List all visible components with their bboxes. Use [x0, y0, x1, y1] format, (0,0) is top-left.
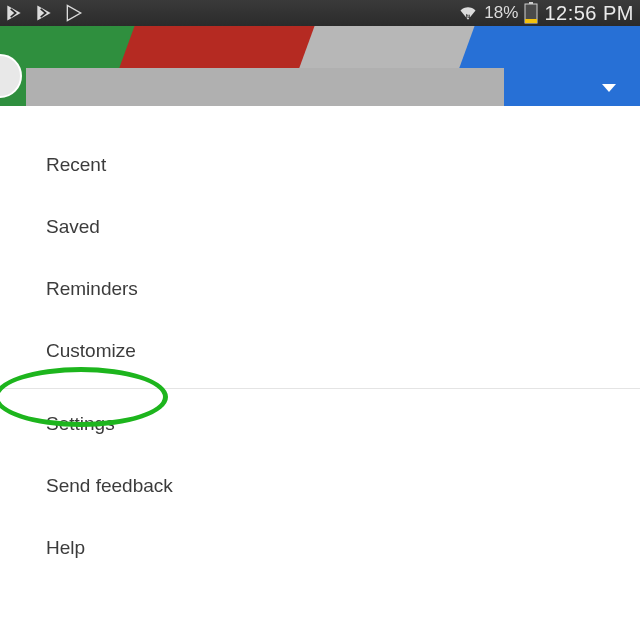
menu-item-label: Recent — [46, 154, 106, 175]
svg-marker-1 — [37, 6, 50, 21]
wifi-icon — [458, 4, 478, 22]
svg-marker-0 — [7, 6, 20, 21]
menu-item-saved[interactable]: Saved — [0, 196, 640, 258]
app-header — [0, 26, 640, 106]
menu-item-help[interactable]: Help — [0, 517, 640, 579]
menu-item-send-feedback[interactable]: Send feedback — [0, 455, 640, 517]
svg-rect-9 — [525, 19, 537, 23]
menu-item-label: Saved — [46, 216, 100, 237]
navigation-menu: Recent Saved Reminders Customize Setting… — [0, 106, 640, 579]
menu-item-reminders[interactable]: Reminders — [0, 258, 640, 320]
status-clock: 12:56 PM — [544, 2, 634, 25]
search-input[interactable] — [26, 68, 504, 106]
menu-item-label: Send feedback — [46, 475, 173, 496]
menu-item-label: Help — [46, 537, 85, 558]
status-bar: 18% 12:56 PM — [0, 0, 640, 26]
play-store-icon — [4, 3, 24, 23]
play-store-outline-icon — [64, 3, 84, 23]
menu-item-label: Reminders — [46, 278, 138, 299]
svg-marker-2 — [67, 6, 80, 21]
menu-item-label: Customize — [46, 340, 136, 361]
menu-item-label: Settings — [46, 413, 115, 434]
menu-item-settings[interactable]: Settings — [0, 393, 640, 455]
menu-item-customize[interactable]: Customize — [0, 320, 640, 382]
battery-percent: 18% — [484, 3, 518, 23]
menu-divider — [0, 388, 640, 389]
play-store-icon — [34, 3, 54, 23]
menu-item-recent[interactable]: Recent — [0, 134, 640, 196]
battery-icon — [524, 2, 538, 24]
account-dropdown-icon[interactable] — [602, 84, 616, 92]
